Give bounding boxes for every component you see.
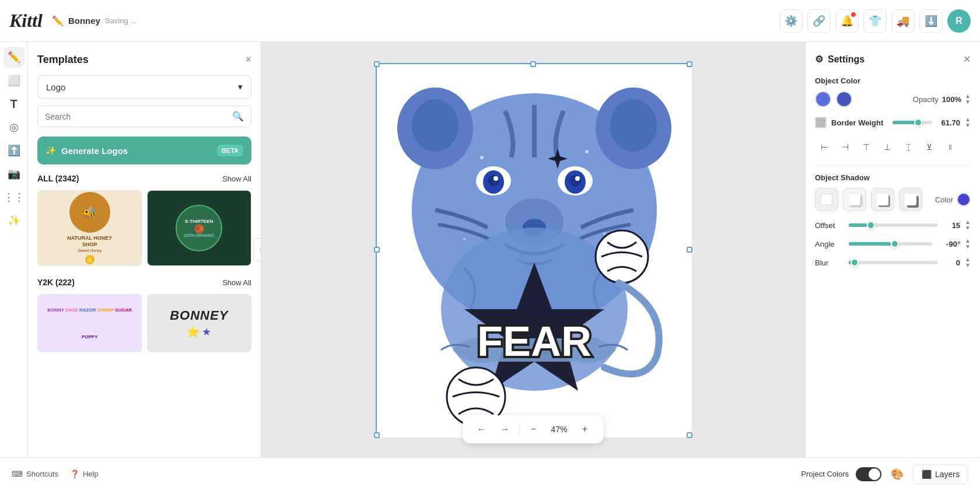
shadow-preset-medium[interactable] (871, 188, 894, 211)
border-weight-row: Border Weight 61.70 ▲ ▼ (815, 117, 971, 128)
angle-slider[interactable] (849, 242, 932, 246)
shadow-preset-hard[interactable] (899, 188, 922, 211)
handle-right-mid[interactable] (687, 247, 692, 253)
layers-button[interactable]: ⬛ Layers (913, 464, 968, 484)
opacity-down-btn[interactable]: ▼ (965, 99, 971, 105)
status-right: Project Colors 🎨 ⬛ Layers (801, 464, 968, 484)
handle-top-mid[interactable] (530, 61, 536, 67)
flip-v-btn[interactable]: ⊥ (878, 138, 897, 156)
left-icon-text[interactable]: T (4, 93, 24, 114)
angle-stepper[interactable]: ▲ ▼ (965, 238, 971, 250)
angle-label: Angle (815, 240, 844, 249)
handle-top-left[interactable] (374, 61, 380, 67)
border-weight-slider[interactable] (892, 121, 932, 124)
align-center-h-btn[interactable]: ⊣ (836, 138, 855, 156)
delivery-button[interactable]: 🚚 (891, 9, 915, 33)
y2k-template-item-1[interactable]: BONNY DAZE RAZOR CHXMP SUGAR POPPY (37, 294, 142, 352)
left-icon-magic[interactable]: ✨ (4, 210, 24, 231)
tshirt-button[interactable]: 👕 (863, 9, 887, 33)
color-swatch-1[interactable] (815, 91, 831, 107)
offset-row: Offset 15 ▲ ▼ (815, 219, 971, 231)
project-colors-label: Project Colors (801, 470, 849, 478)
layers-label: Layers (935, 470, 960, 479)
align-left-btn[interactable]: ⊢ (815, 138, 834, 156)
shadow-preset-none[interactable] (815, 188, 838, 211)
settings-button[interactable]: ⚙️ (779, 9, 803, 33)
handle-top-right[interactable] (687, 61, 692, 67)
y2k-show-all-button[interactable]: Show All (222, 278, 251, 287)
y2k-template-item-2[interactable]: BONNEY ⭐ ★ (147, 294, 252, 352)
divider-1 (815, 166, 971, 166)
shadow-preset-soft[interactable] (843, 188, 866, 211)
shadow-color-swatch[interactable] (957, 192, 971, 206)
object-color-row: Opacity 100% ▲ ▼ (815, 91, 971, 107)
avatar[interactable]: R (947, 9, 971, 33)
opacity-stepper[interactable]: ▲ ▼ (965, 93, 971, 105)
handle-left-mid[interactable] (374, 247, 380, 253)
left-icon-upload[interactable]: ⬆️ (4, 140, 24, 161)
toggle-knob (869, 468, 880, 480)
logo: Kittl (9, 10, 43, 32)
settings-close-button[interactable]: ✕ (963, 54, 971, 65)
topbar: Kittl ✏️ Bonney Saving ... ⚙️ 🔗 🔔 👕 🚚 ⬇️… (0, 0, 980, 42)
align-bottom-btn[interactable]: ⊻ (920, 138, 939, 156)
left-icon-grid[interactable]: ⋮⋮ (4, 187, 24, 208)
svg-point-4 (412, 99, 459, 152)
border-weight-section: Border Weight 61.70 ▲ ▼ (815, 117, 971, 128)
align-top-btn[interactable]: ⌶ (899, 138, 918, 156)
offset-label: Offset (815, 221, 844, 230)
zoom-in-button[interactable]: + (576, 420, 594, 439)
color-palette-icon[interactable]: 🎨 (888, 466, 906, 483)
left-icon-layers[interactable]: ⬜ (4, 70, 24, 91)
svg-point-5 (610, 99, 657, 152)
notifications-button[interactable]: 🔔 (835, 9, 859, 33)
offset-down-btn[interactable]: ▼ (965, 225, 971, 231)
all-section-header: ALL (2342) Show All (37, 174, 251, 183)
distribute-btn[interactable]: ⦀ (941, 138, 960, 156)
border-down-btn[interactable]: ▼ (965, 123, 971, 128)
y2k-section-title: Y2K (222) (37, 278, 75, 287)
color-swatch-2[interactable] (836, 91, 852, 107)
topbar-left: Kittl ✏️ Bonney Saving ... (9, 10, 136, 32)
beta-badge: BETA (217, 145, 243, 156)
settings-header: ⚙ Settings ✕ (815, 54, 971, 65)
offset-stepper[interactable]: ▲ ▼ (965, 219, 971, 231)
handle-bottom-right[interactable] (687, 432, 692, 438)
template-item-1[interactable]: 🐝 Natural HoneyShop Sweet Honey ⭐ (37, 190, 142, 266)
offset-slider[interactable] (849, 223, 938, 227)
align-right-btn[interactable]: ⊤ (857, 138, 876, 156)
panel-expand-button[interactable]: › (254, 238, 261, 261)
generate-logos-button[interactable]: ✨ Generate Logos BETA (37, 136, 251, 164)
template-item-2[interactable]: E-THIRTEEN 🏀 100% Organic (147, 190, 252, 266)
svg-point-21 (480, 156, 484, 159)
project-name: ✏️ Bonney Saving ... (52, 15, 136, 26)
border-weight-stepper[interactable]: ▲ ▼ (965, 117, 971, 128)
left-icon-edit[interactable]: ✏️ (4, 47, 24, 68)
blur-slider[interactable] (849, 261, 938, 264)
main: ✏️ ⬜ T ◎ ⬆️ 📷 ⋮⋮ ✨ Templates × Logo ▾ 🔍 … (0, 42, 980, 457)
left-icon-photo[interactable]: 📷 (4, 163, 24, 184)
search-input[interactable] (45, 112, 228, 121)
share-button[interactable]: 🔗 (807, 9, 831, 33)
toolbar-divider-1 (519, 424, 520, 435)
zoom-out-button[interactable]: − (524, 420, 543, 439)
canvas[interactable]: FEAR (376, 63, 691, 436)
blur-value: 0 (943, 258, 960, 267)
svg-point-13 (575, 176, 580, 181)
redo-button[interactable]: → (496, 420, 514, 439)
angle-down-btn[interactable]: ▼ (965, 244, 971, 250)
show-all-button[interactable]: Show All (222, 174, 251, 183)
shadow-section: Object Shadow Color (815, 173, 971, 268)
category-dropdown[interactable]: Logo ▾ (37, 75, 251, 99)
left-icon-shapes[interactable]: ◎ (4, 117, 24, 138)
download-button[interactable]: ⬇️ (919, 9, 943, 33)
help-item[interactable]: ❓ Help (70, 470, 99, 478)
blur-stepper[interactable]: ▲ ▼ (965, 257, 971, 268)
shortcuts-item[interactable]: ⌨ Shortcuts (12, 470, 58, 478)
handle-bottom-left[interactable] (374, 432, 380, 438)
undo-button[interactable]: ← (473, 420, 491, 439)
blur-down-btn[interactable]: ▼ (965, 262, 971, 268)
status-bar: ⌨ Shortcuts ❓ Help Project Colors 🎨 ⬛ La… (0, 457, 980, 490)
panel-close-button[interactable]: × (245, 54, 251, 66)
project-colors-toggle[interactable] (856, 467, 881, 481)
